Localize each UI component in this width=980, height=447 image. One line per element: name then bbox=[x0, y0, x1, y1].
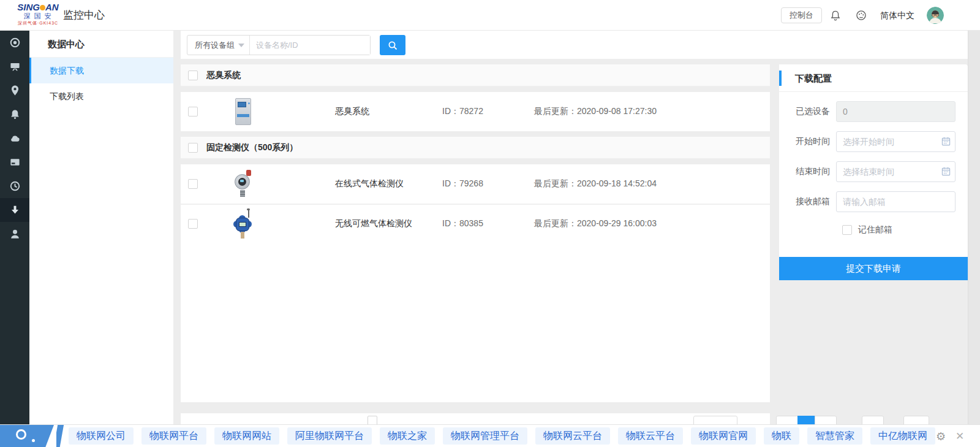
device-id: ID：80385 bbox=[442, 218, 483, 229]
group-name: 恶臭系统 bbox=[206, 70, 241, 81]
app-screen: SINGAN 深国安 深圳气体·GKI43C 监控中心 控制台 简体中文 bbox=[0, 0, 980, 447]
footer-close-icon[interactable]: ✕ bbox=[956, 425, 964, 447]
user-avatar[interactable] bbox=[927, 7, 944, 24]
device-list: 恶臭系统 恶臭系统 ID：78272 最后更新：2020-09-08 17:27… bbox=[181, 64, 770, 402]
brand-tagline: 深圳气体·GKI43C bbox=[13, 20, 62, 26]
device-id: ID：79268 bbox=[442, 178, 483, 189]
search-icon bbox=[387, 40, 398, 51]
device-checkbox[interactable] bbox=[188, 219, 198, 229]
start-time-row: 开始时间 bbox=[779, 131, 956, 152]
footer-link[interactable]: 物联之家 bbox=[380, 427, 435, 445]
device-group-select[interactable]: 所有设备组 bbox=[187, 36, 250, 55]
bell-icon bbox=[9, 109, 21, 120]
field-label: 开始时间 bbox=[779, 136, 836, 147]
footer-link[interactable]: 物联网官网 bbox=[691, 427, 756, 445]
selected-devices-count-field bbox=[836, 101, 956, 122]
device-image-gray-detector bbox=[233, 169, 254, 199]
config-panel-title: 下载配置 bbox=[779, 64, 968, 92]
rail-item-screen[interactable] bbox=[0, 55, 29, 78]
top-header: SINGAN 深国安 深圳气体·GKI43C 监控中心 控制台 简体中文 bbox=[0, 0, 980, 31]
calendar-icon[interactable] bbox=[941, 137, 951, 146]
footer-link[interactable]: 物联网平台 bbox=[141, 427, 206, 445]
sidebar-item-download-list[interactable]: 下载列表 bbox=[29, 83, 173, 109]
cloud-icon bbox=[9, 132, 21, 144]
sub-sidebar: 数据中心 数据下载 下载列表 bbox=[29, 31, 173, 424]
device-group-select-value: 所有设备组 bbox=[195, 40, 235, 51]
footer-link[interactable]: 物联网云平台 bbox=[535, 427, 610, 445]
group-name: 固定检测仪（500系列） bbox=[206, 142, 298, 153]
footer-link[interactable]: 物联 bbox=[764, 427, 799, 445]
brand-logo-text: SINGAN bbox=[13, 2, 62, 12]
rail-item-account[interactable] bbox=[0, 222, 29, 246]
search-combo: 所有设备组 bbox=[187, 35, 371, 55]
device-id: ID：78272 bbox=[442, 106, 483, 117]
group-header: 恶臭系统 bbox=[181, 64, 770, 86]
calendar-icon[interactable] bbox=[941, 167, 951, 176]
rail-item-location[interactable] bbox=[0, 78, 29, 102]
field-label: 结束时间 bbox=[779, 166, 836, 177]
language-switcher[interactable]: 简体中文 bbox=[880, 0, 914, 31]
device-checkbox[interactable] bbox=[188, 107, 198, 117]
device-name: 无线可燃气体检测仪 bbox=[335, 218, 412, 229]
rail-item-alarm[interactable] bbox=[0, 102, 29, 126]
footer-settings-gear-icon[interactable]: ⚙ bbox=[936, 425, 946, 447]
screen-icon bbox=[9, 61, 21, 72]
avatar-image bbox=[927, 7, 944, 24]
email-field[interactable] bbox=[836, 191, 956, 212]
field-label: 已选设备 bbox=[779, 106, 836, 117]
remember-email-label: 记住邮箱 bbox=[858, 224, 892, 235]
footer-logo-ring-icon bbox=[16, 429, 26, 440]
submit-download-button[interactable]: 提交下载申请 bbox=[779, 257, 968, 280]
scrollbar-track[interactable] bbox=[968, 31, 980, 424]
footer-bar: 物联网公司 物联网平台 物联网网站 阿里物联网平台 物联之家 物联网管理平台 物… bbox=[0, 424, 980, 447]
brand-logo-chinese: 深国安 bbox=[16, 12, 62, 20]
field-label: 接收邮箱 bbox=[779, 196, 836, 207]
chevron-down-icon bbox=[238, 44, 244, 47]
device-row[interactable]: 无线可燃气体检测仪 ID：80385 最后更新：2020-09-29 16:00… bbox=[181, 204, 770, 243]
credit-card-icon bbox=[9, 156, 21, 168]
page-title: 监控中心 bbox=[63, 0, 105, 31]
device-image-blue-detector bbox=[233, 210, 254, 239]
footer-link[interactable]: 物联云平台 bbox=[618, 427, 683, 445]
notification-bell-icon[interactable] bbox=[829, 9, 842, 21]
footer-link[interactable]: 智慧管家 bbox=[807, 427, 862, 445]
sidebar-section-title: 数据中心 bbox=[29, 31, 173, 58]
end-time-field[interactable] bbox=[836, 161, 956, 182]
sun-icon bbox=[40, 5, 45, 10]
email-row: 接收邮箱 bbox=[779, 191, 956, 212]
footer-link[interactable]: 中亿物联网 bbox=[870, 427, 935, 445]
device-checkbox[interactable] bbox=[188, 179, 198, 189]
footer-links: 物联网公司 物联网平台 物联网网站 阿里物联网平台 物联之家 物联网管理平台 物… bbox=[69, 427, 935, 445]
rail-item-monitor[interactable] bbox=[0, 31, 29, 55]
remember-email-checkbox[interactable] bbox=[842, 225, 852, 235]
selected-devices-row: 已选设备 bbox=[779, 101, 956, 122]
remember-email-row: 记住邮箱 bbox=[842, 224, 968, 235]
footer-link[interactable]: 物联网网站 bbox=[214, 427, 279, 445]
rail-item-download[interactable] bbox=[0, 198, 29, 222]
footer-link[interactable]: 阿里物联网平台 bbox=[287, 427, 372, 445]
device-search-input[interactable] bbox=[250, 36, 370, 55]
user-icon bbox=[9, 228, 21, 240]
target-icon bbox=[9, 37, 21, 48]
brand-logo[interactable]: SINGAN 深国安 深圳气体·GKI43C bbox=[13, 2, 62, 26]
start-time-field[interactable] bbox=[836, 131, 956, 152]
rail-item-billing[interactable] bbox=[0, 150, 29, 174]
device-row[interactable]: 在线式气体检测仪 ID：79268 最后更新：2020-09-18 14:52:… bbox=[181, 164, 770, 204]
search-bar: 所有设备组 bbox=[181, 31, 968, 59]
theme-palette-icon[interactable] bbox=[855, 9, 867, 21]
group-checkbox[interactable] bbox=[188, 71, 198, 80]
device-row[interactable]: 恶臭系统 ID：78272 最后更新：2020-09-08 17:27:30 bbox=[181, 92, 770, 131]
search-button[interactable] bbox=[380, 35, 405, 55]
footer-logo bbox=[0, 425, 74, 447]
footer-link[interactable]: 物联网管理平台 bbox=[443, 427, 527, 445]
rail-item-cloud[interactable] bbox=[0, 126, 29, 150]
rail-item-history[interactable] bbox=[0, 174, 29, 198]
footer-link[interactable]: 物联网公司 bbox=[69, 427, 134, 445]
clock-icon bbox=[9, 180, 21, 192]
device-image-cabinet bbox=[233, 97, 254, 126]
device-name: 恶臭系统 bbox=[335, 106, 369, 117]
console-button[interactable]: 控制台 bbox=[781, 7, 822, 23]
sidebar-item-data-download[interactable]: 数据下载 bbox=[29, 58, 173, 83]
location-pin-icon bbox=[9, 85, 21, 96]
group-checkbox[interactable] bbox=[188, 143, 198, 153]
